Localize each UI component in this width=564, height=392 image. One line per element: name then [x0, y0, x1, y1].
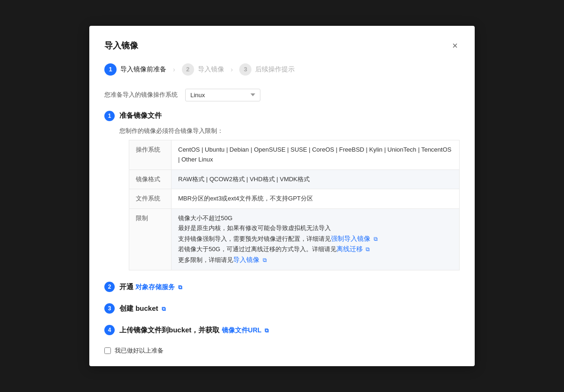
table-row-limit: 限制 镜像大小不超过50G 最好是原生内核，如果有修改可能会导致虚拟机无法导入 …: [129, 209, 460, 270]
modal-header: 导入镜像 ×: [104, 39, 460, 52]
image-url-link[interactable]: 镜像文件URL ⧉: [222, 326, 269, 334]
table-cell-os-key: 操作系统: [129, 140, 172, 169]
object-storage-link[interactable]: 对象存储服务 ⧉: [135, 283, 182, 291]
section-2-number: 2: [104, 282, 115, 292]
section-4-title: 上传镜像文件到bucket，并获取 镜像文件URL ⧉: [119, 326, 269, 335]
section-1-number: 1: [104, 111, 115, 121]
table-row-os: 操作系统 CentOS | Ubuntu | Debian | OpenSUSE…: [129, 140, 460, 169]
step-1: 1 导入镜像前准备: [104, 63, 166, 76]
image-url-ext-icon: ⧉: [265, 327, 269, 334]
section-prepare-image: 1 准备镜像文件 您制作的镜像必须符合镜像导入限制： 操作系统 CentOS |…: [104, 111, 460, 270]
os-select[interactable]: Linux Windows: [185, 89, 260, 101]
table-cell-fs-key: 文件系统: [129, 189, 172, 209]
force-import-ext-icon: ⧉: [374, 235, 378, 244]
step-3: 3 后续操作提示: [239, 63, 295, 76]
step-3-circle: 3: [239, 63, 251, 76]
section-3-header: 3 创建 bucket ⧉: [104, 303, 460, 314]
step-2-label: 导入镜像: [198, 65, 224, 74]
create-bucket-link[interactable]: ⧉: [160, 305, 166, 312]
step-2: 2 导入镜像: [182, 63, 224, 76]
table-cell-limit-key: 限制: [129, 209, 172, 270]
section-4-header: 4 上传镜像文件到bucket，并获取 镜像文件URL ⧉: [104, 325, 460, 335]
os-selector-row: 您准备导入的镜像操作系统 Linux Windows: [104, 89, 460, 101]
prepared-checkbox-label[interactable]: 我已做好以上准备: [115, 346, 164, 355]
close-button[interactable]: ×: [450, 39, 460, 52]
step-1-label: 导入镜像前准备: [120, 65, 166, 74]
force-import-link[interactable]: 强制导入镜像 ⧉: [331, 235, 378, 242]
section-2-title: 开通 对象存储服务 ⧉: [119, 283, 182, 292]
modal-overlay: 导入镜像 × 1 导入镜像前准备 › 2 导入镜像 › 3 后续操作提示 您准备…: [0, 0, 564, 392]
image-requirements-table: 操作系统 CentOS | Ubuntu | Debian | OpenSUSE…: [129, 140, 460, 270]
section-4-number: 4: [104, 325, 115, 335]
section-2-header: 2 开通 对象存储服务 ⧉: [104, 282, 460, 292]
create-bucket-ext-icon: ⧉: [162, 306, 166, 312]
section-1-content: 您制作的镜像必须符合镜像导入限制： 操作系统 CentOS | Ubuntu |…: [119, 127, 460, 270]
steps-bar: 1 导入镜像前准备 › 2 导入镜像 › 3 后续操作提示: [104, 63, 460, 76]
section-3-number: 3: [104, 303, 115, 314]
os-selector-label: 您准备导入的镜像操作系统: [104, 91, 178, 99]
import-image-ext-icon: ⧉: [263, 256, 267, 265]
table-cell-limit-value: 镜像大小不超过50G 最好是原生内核，如果有修改可能会导致虚拟机无法导入 支持镜…: [172, 209, 460, 270]
prepared-checkbox[interactable]: [104, 347, 111, 354]
section-1-title: 准备镜像文件: [119, 111, 162, 120]
section-object-storage: 2 开通 对象存储服务 ⧉: [104, 282, 460, 292]
section-create-bucket: 3 创建 bucket ⧉: [104, 303, 460, 314]
section-upload-image: 4 上传镜像文件到bucket，并获取 镜像文件URL ⧉: [104, 325, 460, 335]
section-1-header: 1 准备镜像文件: [104, 111, 460, 121]
step-arrow-2: ›: [231, 66, 233, 73]
table-cell-os-value: CentOS | Ubuntu | Debian | OpenSUSE | SU…: [172, 140, 460, 169]
offline-migrate-link[interactable]: 离线迁移 ⧉: [337, 245, 370, 253]
table-cell-format-value: RAW格式 | QCOW2格式 | VHD格式 | VMDK格式: [172, 169, 460, 189]
offline-migrate-ext-icon: ⧉: [366, 245, 370, 254]
step-1-circle: 1: [104, 63, 117, 76]
modal-title: 导入镜像: [104, 40, 138, 51]
step-3-label: 后续操作提示: [255, 65, 295, 74]
step-2-circle: 2: [182, 63, 194, 76]
step-arrow-1: ›: [173, 66, 175, 73]
section-3-title: 创建 bucket ⧉: [119, 304, 166, 313]
table-row-fs: 文件系统 MBR分区的ext3或ext4文件系统，不支持GPT分区: [129, 189, 460, 209]
prepared-checkbox-row: 我已做好以上准备: [104, 346, 460, 355]
table-cell-format-key: 镜像格式: [129, 169, 172, 189]
import-image-modal: 导入镜像 × 1 导入镜像前准备 › 2 导入镜像 › 3 后续操作提示 您准备…: [89, 26, 475, 366]
table-row-format: 镜像格式 RAW格式 | QCOW2格式 | VHD格式 | VMDK格式: [129, 169, 460, 189]
object-storage-ext-icon: ⧉: [178, 284, 182, 291]
section-1-sublabel: 您制作的镜像必须符合镜像导入限制：: [119, 127, 460, 135]
table-cell-fs-value: MBR分区的ext3或ext4文件系统，不支持GPT分区: [172, 189, 460, 209]
import-image-link[interactable]: 导入镜像 ⧉: [233, 256, 267, 263]
section-2-title-text: 开通: [119, 283, 133, 291]
